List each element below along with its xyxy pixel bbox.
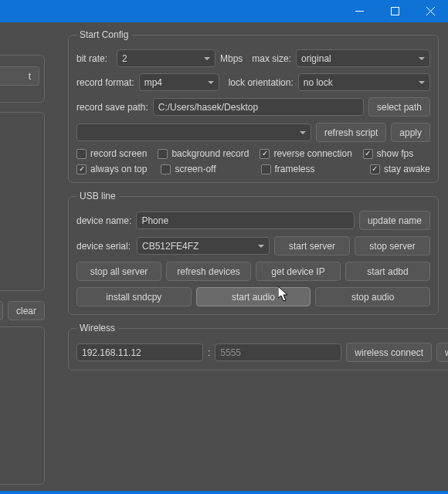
bit-rate-select[interactable]: 2 [117, 49, 216, 67]
start-config-legend: Start Config [76, 29, 131, 40]
left-button-ate[interactable]: ate [0, 301, 3, 320]
left-panel-3 [0, 327, 45, 485]
stop-server-button[interactable]: stop server [355, 236, 430, 255]
refresh-script-button[interactable]: refresh script [316, 123, 386, 142]
wireless-connect-button[interactable]: wireless connect [346, 343, 432, 362]
maximize-button[interactable] [377, 0, 412, 22]
record-screen-checkbox[interactable]: record screen [76, 148, 147, 159]
always-on-top-checkbox[interactable]: always on top [76, 164, 147, 174]
max-size-label: max size: [252, 53, 291, 64]
stop-audio-button[interactable]: stop audio [315, 287, 430, 306]
lock-orientation-label: lock orientation: [229, 77, 294, 88]
install-sndcpy-button[interactable]: install sndcpy [76, 287, 192, 306]
wireless-disconnect-button[interactable]: wireless disconnect [436, 343, 448, 362]
left-panel-2 [0, 112, 45, 291]
wireless-ip-input[interactable] [76, 343, 203, 361]
record-save-path-label: record save path: [76, 102, 148, 113]
device-serial-label: device serial: [76, 241, 132, 252]
wireless-legend: Wireless [76, 323, 118, 333]
device-serial-select[interactable]: CB512FE4FZ [137, 237, 270, 255]
clear-button[interactable]: clear [8, 301, 45, 320]
device-name-label: device name: [76, 215, 131, 226]
left-button-t[interactable]: t [0, 66, 39, 86]
minimize-button[interactable] [341, 0, 377, 22]
max-size-select[interactable]: original [296, 49, 430, 67]
get-device-ip-button[interactable]: get device IP [256, 262, 341, 281]
start-server-button[interactable]: start server [274, 236, 350, 255]
show-fps-checkbox[interactable]: show fps [363, 148, 413, 159]
select-path-button[interactable]: select path [368, 97, 430, 117]
record-format-label: record format: [76, 77, 134, 88]
stop-all-server-button[interactable]: stop all server [76, 262, 161, 281]
usb-line-group: USB line device name: update name device… [68, 191, 439, 315]
background-record-checkbox[interactable]: background record [158, 148, 249, 159]
title-bar [0, 0, 448, 22]
frameless-checkbox[interactable]: frameless [261, 164, 315, 174]
record-format-select[interactable]: mp4 [139, 73, 219, 91]
device-name-input[interactable] [136, 211, 355, 229]
script-select[interactable] [76, 124, 311, 141]
start-audio-button[interactable]: start audio [196, 287, 311, 306]
usb-line-legend: USB line [76, 191, 119, 201]
screen-off-checkbox[interactable]: screen-off [161, 164, 216, 174]
reverse-connection-checkbox[interactable]: reverse connection [260, 148, 351, 159]
update-name-button[interactable]: update name [359, 211, 430, 230]
lock-orientation-select[interactable]: no lock [298, 73, 430, 91]
bit-rate-unit: Mbps [220, 53, 243, 64]
wireless-colon: : [208, 347, 210, 358]
record-save-path-input[interactable] [153, 98, 364, 116]
start-adbd-button[interactable]: start adbd [345, 262, 430, 281]
window-bottom-border [0, 491, 448, 494]
refresh-devices-button[interactable]: refresh devices [166, 262, 251, 281]
close-button[interactable] [412, 0, 448, 22]
bit-rate-label: bit rate: [76, 53, 112, 64]
stay-awake-checkbox[interactable]: stay awake [370, 164, 430, 174]
wireless-port-input[interactable] [215, 343, 341, 361]
start-config-group: Start Config bit rate: 2 Mbps max size: … [68, 29, 439, 183]
wireless-group: Wireless : wireless connect wireless dis… [68, 323, 448, 370]
left-panel-1: t [0, 55, 45, 103]
svg-rect-1 [391, 8, 399, 15]
apply-button[interactable]: apply [391, 123, 430, 142]
